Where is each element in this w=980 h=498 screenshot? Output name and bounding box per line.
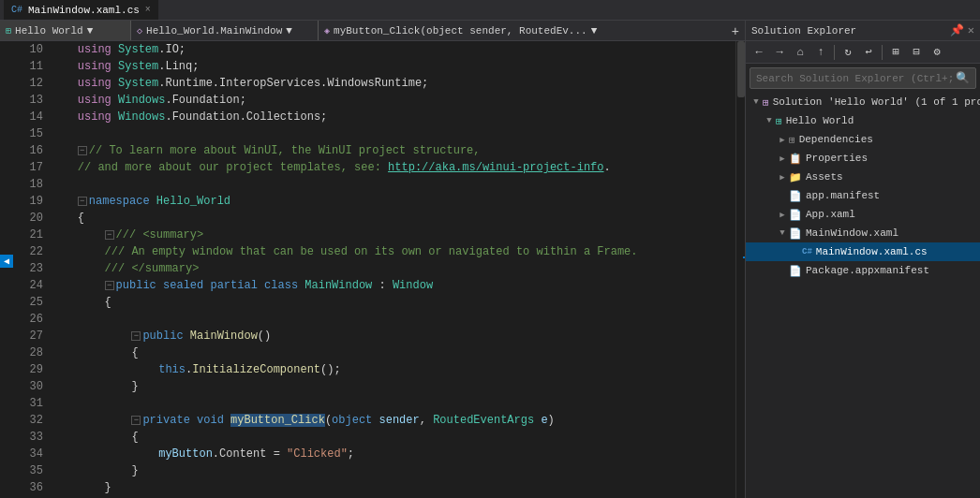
tab-label: MainWindow.xaml.cs [28, 5, 140, 16]
se-close-icon[interactable]: ✕ [968, 23, 974, 37]
se-properties-button[interactable]: ⚙ [928, 43, 946, 62]
tree-item-mainwindow-xaml[interactable]: ▼ 📄 MainWindow.xaml [746, 224, 980, 242]
line-num-34: 34 [13, 446, 43, 462]
code-line-26 [51, 311, 735, 328]
project-chevron-icon: ▼ [763, 114, 776, 127]
se-undo-button[interactable]: ↩ [859, 43, 878, 62]
editor-toolbar: ⊞ Hello World ▼ ◇ Hello_World.MainWindow… [0, 21, 745, 41]
se-filter-button[interactable]: ⊟ [907, 43, 926, 62]
collapse-32[interactable]: − [131, 416, 141, 425]
code-line-35: } [51, 462, 735, 479]
se-refresh-button[interactable]: ↻ [839, 43, 857, 62]
collapse-27[interactable]: − [131, 331, 141, 341]
line-num-26: 26 [13, 311, 43, 328]
class-chevron: ▼ [286, 25, 292, 37]
collapse-21[interactable]: − [105, 230, 114, 240]
project-label: Hello World [786, 115, 976, 126]
se-toolbar-separator-2 [882, 45, 883, 60]
line-num-20: 20 [13, 210, 43, 227]
se-forward-button[interactable]: → [770, 43, 789, 62]
project-item[interactable]: ▼ ⊞ Hello World [746, 111, 980, 130]
app-xaml-label: App.xaml [806, 209, 976, 220]
line-num-35: 35 [13, 462, 43, 479]
solution-label: Solution 'Hello World' (1 of 1 project) [773, 96, 980, 108]
solution-explorer-toolbar: ← → ⌂ ↑ ↻ ↩ ⊞ ⊟ ⚙ [746, 41, 980, 64]
code-content[interactable]: using System.IO; using System.Linq; usin… [51, 41, 735, 498]
app-xaml-icon: 📄 [789, 209, 802, 221]
mainwindow-xaml-chevron-icon: ▼ [776, 227, 789, 240]
line-numbers: 10 11 12 13 14 15 16 17 18 19 20 21 22 2… [13, 41, 51, 498]
bookmark-indicator: ◀ [0, 255, 13, 268]
se-title-icons: 📌 ✕ [950, 23, 974, 37]
solution-chevron-icon: ▼ [750, 95, 763, 109]
add-tab-button[interactable]: + [726, 23, 745, 38]
app-xaml-chevron-icon: ▶ [776, 208, 789, 221]
tree-item-app-xaml[interactable]: ▶ 📄 App.xaml [746, 205, 980, 224]
se-sync-button[interactable]: ↑ [811, 43, 830, 62]
solution-root-item[interactable]: ▼ ⊞ Solution 'Hello World' (1 of 1 proje… [746, 93, 980, 111]
method-selector[interactable]: ◈ myButton_Click(object sender, RoutedEv… [319, 21, 726, 40]
tree-item-package-manifest[interactable]: ▶ 📄 Package.appxmanifest [746, 261, 980, 280]
project-icon: ⊞ [776, 115, 782, 127]
code-line-23: /// </summary> [51, 260, 735, 277]
editor-tab[interactable]: C# MainWindow.xaml.cs × [4, 0, 158, 20]
solution-explorer-search-input[interactable] [756, 73, 956, 84]
package-manifest-chevron: ▶ [776, 264, 789, 277]
tree-item-assets[interactable]: ▶ 📁 Assets [746, 168, 980, 186]
se-back-button[interactable]: ← [750, 43, 768, 62]
line-num-28: 28 [13, 344, 43, 361]
line-num-24: 24 [13, 277, 43, 294]
scrollbar-thumb[interactable] [737, 41, 745, 97]
dependencies-icon: ⊞ [789, 134, 795, 146]
code-line-14: using Windows.Foundation.Collections; [51, 109, 735, 125]
code-line-25: { [51, 294, 735, 311]
tab-close-icon[interactable]: × [145, 5, 151, 15]
code-line-34: myButton.Content = "Clicked"; [51, 446, 735, 462]
namespace-selector[interactable]: ⊞ Hello World ▼ [0, 21, 131, 40]
package-manifest-label: Package.appxmanifest [806, 265, 976, 276]
method-value: myButton_Click(object sender, RoutedEv..… [334, 25, 587, 37]
editor-scrollbar[interactable] [735, 41, 745, 498]
app-manifest-icon: 📄 [789, 190, 802, 202]
collapse-16[interactable]: − [78, 146, 87, 155]
line-num-10: 10 [13, 41, 43, 58]
properties-chevron-icon: ▶ [776, 152, 789, 165]
mainwindow-cs-chevron: ▶ [789, 245, 802, 258]
tab-cs-icon: C# [11, 5, 22, 15]
solution-explorer-title: Solution Explorer [751, 25, 950, 37]
line-num-19: 19 [13, 193, 43, 210]
line-num-36: 36 [13, 479, 43, 496]
solution-explorer-title-bar: Solution Explorer 📌 ✕ [746, 21, 980, 41]
tree-item-mainwindow-xaml-cs[interactable]: ▶ C# MainWindow.xaml.cs [746, 242, 980, 261]
code-line-17: // and more about our project templates,… [51, 159, 735, 176]
line-num-14: 14 [13, 109, 43, 125]
solution-explorer: Solution Explorer 📌 ✕ ← → ⌂ ↑ ↻ ↩ ⊞ ⊟ ⚙ … [746, 21, 980, 498]
tree-item-app-manifest[interactable]: ▶ 📄 app.manifest [746, 186, 980, 205]
assets-label: Assets [806, 171, 976, 183]
line-num-25: 25 [13, 294, 43, 311]
solution-icon: ⊞ [763, 96, 769, 109]
code-editor-area: ◀ 10 11 12 13 14 15 16 17 18 19 20 21 22… [0, 41, 745, 498]
namespace-chevron: ▼ [87, 25, 94, 37]
line-num-27: 27 [13, 328, 43, 344]
se-pin-icon[interactable]: 📌 [950, 23, 964, 37]
solution-tree: ▼ ⊞ Solution 'Hello World' (1 of 1 proje… [746, 93, 980, 498]
class-icon: ◇ [137, 25, 142, 37]
line-num-17: 17 [13, 159, 43, 176]
line-num-15: 15 [13, 125, 43, 142]
code-line-32: −private void myButton_Click(object send… [51, 412, 735, 429]
se-show-all-button[interactable]: ⊞ [886, 43, 905, 62]
class-selector[interactable]: ◇ Hello_World.MainWindow ▼ [131, 21, 319, 40]
collapse-19[interactable]: − [78, 197, 87, 206]
se-home-button[interactable]: ⌂ [791, 43, 809, 62]
code-line-12: using System.Runtime.InteropServices.Win… [51, 75, 735, 92]
code-line-13: using Windows.Foundation; [51, 92, 735, 109]
line-num-32: 32 [13, 412, 43, 429]
line-num-18: 18 [13, 176, 43, 193]
line-num-30: 30 [13, 378, 43, 395]
code-line-33: { [51, 429, 735, 446]
solution-explorer-search[interactable]: 🔍 [750, 67, 976, 89]
collapse-24[interactable]: − [105, 281, 114, 290]
tree-item-dependencies[interactable]: ▶ ⊞ Dependencies [746, 130, 980, 149]
tree-item-properties[interactable]: ▶ 📋 Properties [746, 149, 980, 168]
